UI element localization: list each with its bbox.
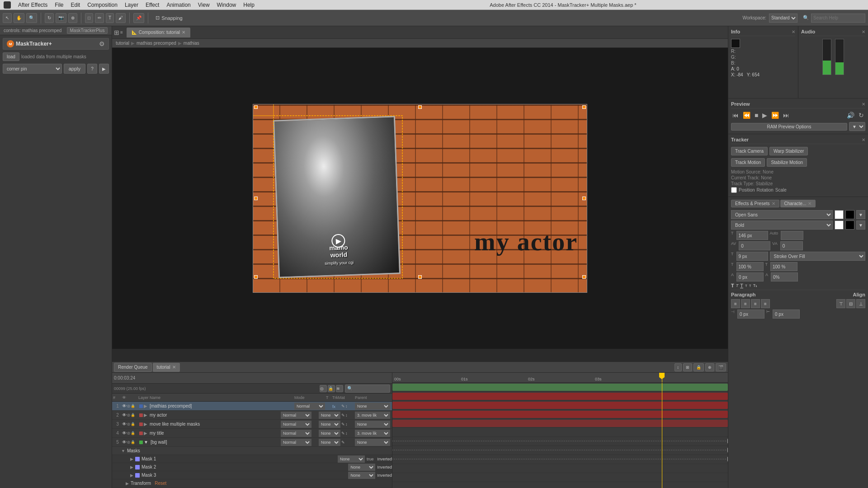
align-top-btn[interactable]: ⊤ bbox=[836, 299, 845, 308]
layer-row-2[interactable]: 2 👁 ◎ 🔒 ▶ my actor Normal bbox=[112, 411, 392, 420]
menu-view[interactable]: View bbox=[198, 2, 210, 8]
tt-icon-6[interactable]: T₁ bbox=[753, 283, 758, 288]
layer-4-trk-select[interactable]: None bbox=[319, 430, 340, 437]
preview-stop[interactable]: ■ bbox=[753, 111, 760, 119]
mask-row-2[interactable]: ▶ Mask 2 None Inverted bbox=[112, 463, 392, 471]
solo-icon[interactable]: ◎ bbox=[320, 385, 327, 392]
help-button[interactable]: ? bbox=[87, 64, 97, 74]
pen-tool[interactable]: ✏ bbox=[95, 13, 104, 23]
mask-1-expand[interactable]: ▶ bbox=[130, 457, 133, 461]
layer-4-solo[interactable]: ◎ bbox=[127, 431, 130, 435]
auto-input[interactable]: Auto bbox=[781, 231, 803, 240]
composition-tab[interactable]: 📐 Composition: tutorial ✕ bbox=[127, 28, 190, 38]
layer-1-parent-select[interactable]: None bbox=[355, 403, 390, 410]
tt-icon-4[interactable]: T bbox=[745, 284, 747, 288]
ram-preview-button[interactable]: RAM Preview Options bbox=[731, 123, 847, 131]
tutorial-tab[interactable]: tutorial ✕ bbox=[153, 363, 180, 372]
workspace-select[interactable]: Standard bbox=[769, 14, 797, 23]
menu-composition[interactable]: Composition bbox=[87, 2, 118, 8]
font-size-input[interactable]: 146 px bbox=[736, 231, 768, 240]
zoom-tool[interactable]: 🔍 bbox=[26, 13, 37, 23]
metrics-input[interactable] bbox=[739, 241, 770, 250]
info-panel-close[interactable]: ✕ bbox=[792, 29, 795, 34]
preview-first-frame[interactable]: ⏮ bbox=[731, 111, 740, 119]
preview-audio-icon[interactable]: 🔊 bbox=[845, 111, 856, 119]
preview-play[interactable]: ▶ bbox=[761, 111, 769, 119]
layer-4-eye[interactable]: 👁 bbox=[122, 431, 127, 436]
breadcrumb-mathias-precomped[interactable]: mathias precomped bbox=[137, 41, 176, 46]
corner-handle-tc[interactable] bbox=[418, 105, 422, 109]
anchor-tool[interactable]: ⊕ bbox=[68, 13, 77, 23]
corner-handle-tl[interactable] bbox=[254, 105, 258, 109]
align-left-btn[interactable]: ≡ bbox=[731, 299, 740, 308]
layer-3-expand[interactable]: ▶ bbox=[144, 422, 147, 427]
mask-1-mode-select[interactable]: None bbox=[338, 455, 365, 463]
apply-button[interactable]: apply bbox=[64, 64, 85, 74]
play-button[interactable]: ▶ bbox=[99, 64, 109, 74]
effects-presets-tab[interactable]: Effects & Presets ✕ bbox=[731, 200, 779, 207]
settings-icon[interactable]: ⚙ bbox=[99, 40, 105, 47]
justify-btn[interactable]: ≡ bbox=[761, 299, 770, 308]
mask-3-expand[interactable]: ▶ bbox=[130, 473, 133, 478]
layer-3-solo[interactable]: ◎ bbox=[127, 422, 130, 426]
mask-2-mode-select[interactable]: None bbox=[348, 464, 375, 471]
layer-3-parent-select[interactable]: None bbox=[355, 421, 390, 428]
load-button[interactable]: load bbox=[3, 52, 19, 61]
corner-handle-bc[interactable] bbox=[418, 275, 422, 279]
layer-3-switch[interactable]: ↕ bbox=[345, 422, 348, 427]
stroke-type-select[interactable]: Stroke Over Fill bbox=[770, 252, 866, 261]
align-bot-btn[interactable]: ⊥ bbox=[856, 299, 865, 308]
search-input[interactable] bbox=[811, 14, 865, 23]
tt-icon-2[interactable]: T bbox=[736, 283, 739, 288]
puppet-tool[interactable]: 📌 bbox=[133, 13, 144, 23]
layer-2-pencil[interactable]: ✎ bbox=[341, 413, 345, 418]
masks-section-header[interactable]: ▼ Masks bbox=[112, 447, 392, 455]
corner-handle-lc[interactable] bbox=[254, 197, 258, 200]
layer-1-mode-select[interactable]: Normal bbox=[294, 403, 325, 410]
layer-search-input[interactable] bbox=[345, 385, 390, 393]
preview-next-frame[interactable]: ⏩ bbox=[770, 111, 780, 119]
tl-control-5[interactable]: 🎬 bbox=[716, 363, 726, 371]
paint-tool[interactable]: 🖌 bbox=[116, 13, 126, 23]
font-style-select[interactable]: Bold bbox=[731, 221, 833, 230]
layer-4-mode-select[interactable]: Normal bbox=[281, 430, 311, 437]
corner-handle-tr[interactable] bbox=[582, 105, 586, 109]
tracker-panel-close[interactable]: ✕ bbox=[862, 137, 865, 142]
tt-icon-5[interactable]: T bbox=[749, 284, 751, 288]
preview-prev-frame[interactable]: ⏪ bbox=[741, 111, 752, 119]
layer-2-lock[interactable]: 🔒 bbox=[131, 413, 135, 417]
layer-4-switch[interactable]: ↕ bbox=[345, 431, 348, 436]
layer-4-lock[interactable]: 🔒 bbox=[131, 431, 135, 435]
layer-1-switch[interactable]: ↕ bbox=[345, 404, 348, 408]
layer-5-mode-select[interactable]: Normal bbox=[281, 439, 311, 446]
layer-5-eye[interactable]: 👁 bbox=[122, 440, 127, 445]
align-center-btn[interactable]: ≡ bbox=[741, 299, 750, 308]
plugin-tab[interactable]: MaskTrackerPlus bbox=[67, 27, 108, 34]
corner-pin-select[interactable]: corner pin bbox=[3, 64, 62, 74]
lock-icon[interactable]: 🔒 bbox=[328, 385, 335, 392]
effects-tab-close[interactable]: ✕ bbox=[772, 201, 775, 206]
layer-2-mode-select[interactable]: Normal bbox=[281, 412, 311, 419]
hand-tool[interactable]: ✋ bbox=[14, 13, 24, 23]
layer-2-eye[interactable]: 👁 bbox=[122, 413, 127, 418]
layer-1-expand[interactable]: ▶ bbox=[144, 404, 147, 408]
font-expand-btn[interactable]: ▼ bbox=[856, 210, 865, 219]
h-scale-input[interactable] bbox=[736, 262, 764, 271]
layer-1-lock[interactable]: 🔒 bbox=[131, 404, 135, 408]
layer-row-3[interactable]: 3 👁 ◎ 🔒 ▶ move like multiple masks bbox=[112, 420, 392, 429]
character-tab[interactable]: Characte... ✕ bbox=[780, 200, 816, 207]
layer-row-1[interactable]: 1 👁 ◎ 🔒 ▶ [mathias precomped] bbox=[112, 402, 392, 411]
font-color-swatch-white[interactable] bbox=[835, 210, 844, 219]
motion-blur-icon[interactable]: ≋ bbox=[336, 385, 343, 392]
transform-row[interactable]: ▶ Transform Reset bbox=[112, 479, 392, 488]
tl-control-1[interactable]: ↕ bbox=[675, 363, 682, 371]
font-style-expand-btn[interactable]: ▼ bbox=[856, 221, 865, 230]
menu-effect[interactable]: Effect bbox=[146, 2, 159, 8]
preview-loop-icon[interactable]: ↻ bbox=[857, 111, 865, 119]
font-stroke-black[interactable] bbox=[845, 221, 854, 230]
menu-window[interactable]: Window bbox=[217, 2, 236, 8]
breadcrumb-tutorial[interactable]: tutorial bbox=[116, 41, 129, 46]
mask-2-expand[interactable]: ▶ bbox=[130, 465, 133, 469]
stabilize-motion-button[interactable]: Stabilize Motion bbox=[767, 158, 807, 167]
layer-2-solo[interactable]: ◎ bbox=[127, 413, 130, 417]
